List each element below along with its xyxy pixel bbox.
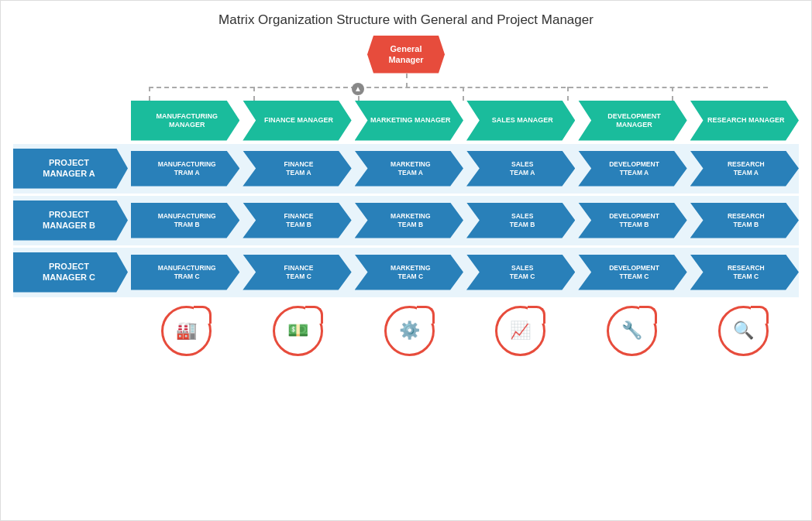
sales-icon: 📈: [495, 306, 545, 356]
manufacturing-icon: 🏭: [161, 306, 212, 356]
manager-research: RESEARCH MANAGER: [690, 101, 799, 141]
team-mfg-a: MANUFACTURINGTRAM A: [131, 151, 239, 187]
team-sales-b: SALESTEAM B: [466, 203, 575, 238]
team-res-a: RESEARCHTEAM A: [690, 151, 799, 187]
page: Matrix Organization Structure with Gener…: [0, 0, 812, 521]
research-icon: 🔍: [718, 306, 769, 356]
team-mkt-a: MARKETINGTEAM A: [355, 151, 463, 187]
team-mkt-c: MARKETINGTEAM C: [355, 255, 463, 290]
team-res-c: RESEARCHTEAM C: [690, 255, 799, 290]
team-dev-b: DEVELOPMENTTTEAM B: [578, 203, 686, 238]
gm-box: GeneralManager: [367, 36, 445, 74]
finance-icon: 💵: [273, 306, 323, 356]
team-res-b: RESEARCHTEAM B: [690, 203, 799, 238]
manager-development: DEVELOPMENT MANAGER: [578, 101, 686, 141]
team-dev-c: DEVELOPMENTTTEAM C: [578, 255, 686, 290]
page-title: Matrix Organization Structure with Gener…: [9, 12, 803, 28]
team-dev-a: DEVELOPMENTTTEAM A: [578, 151, 686, 187]
team-mfg-c: MANUFACTURINGTRAM C: [131, 255, 239, 290]
manager-manufacturing: MANUFACTURING MANAGER: [131, 101, 239, 141]
pm-a: PROJECTMANAGER A: [13, 149, 128, 189]
manager-marketing: MARKETING MANAGER: [355, 101, 463, 141]
team-sales-c: SALESTEAM C: [466, 255, 575, 290]
manager-sales: SALES MANAGER: [466, 101, 575, 141]
team-sales-a: SALESTEAM A: [466, 151, 575, 187]
team-fin-b: FINANCETEAM B: [243, 203, 351, 238]
team-fin-c: FINANCETEAM C: [243, 255, 351, 290]
team-mkt-b: MARKETINGTEAM B: [355, 203, 463, 238]
team-fin-a: FINANCETEAM A: [243, 151, 351, 187]
team-mfg-b: MANUFACTURINGTRAM B: [131, 203, 239, 238]
pm-b: PROJECTMANAGER B: [13, 201, 128, 241]
development-icon: 🔧: [607, 306, 657, 356]
manager-finance: FINANCE MANAGER: [243, 101, 351, 141]
pm-c: PROJECTMANAGER C: [13, 252, 128, 293]
marketing-icon: ⚙️: [384, 306, 435, 356]
